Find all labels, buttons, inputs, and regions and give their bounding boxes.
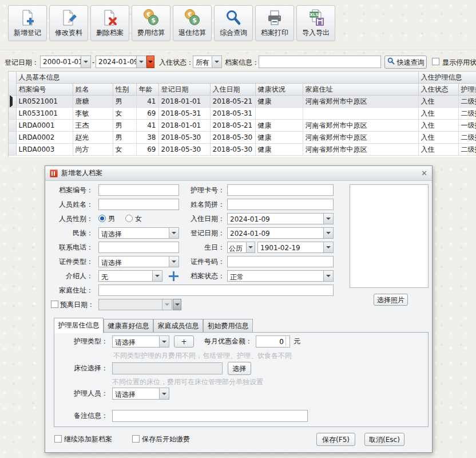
cell[interactable]: 河南省郑州市中原区 [303, 96, 418, 108]
address-input[interactable] [98, 285, 334, 296]
column-header[interactable]: 年龄 [136, 84, 158, 96]
column-header[interactable]: 家庭住址 [303, 84, 418, 96]
show-disabled-checkbox[interactable] [432, 58, 439, 65]
cell[interactable]: 女 [113, 108, 136, 120]
cell[interactable]: 二级护理 [458, 144, 476, 156]
cell[interactable]: 69 [136, 108, 158, 120]
chevron-down-icon[interactable] [323, 214, 333, 224]
cell[interactable]: 2018-05-30 [158, 132, 210, 144]
cell[interactable]: 二级护理 [458, 96, 476, 108]
chevron-down-icon[interactable] [152, 271, 162, 281]
cell[interactable]: 河南省郑州市中原区 [303, 144, 418, 156]
column-header[interactable]: 性别 [113, 84, 136, 96]
column-header[interactable]: 档案编号 [16, 84, 73, 96]
care-type-combo[interactable]: 请选择 [112, 335, 169, 348]
quick-query-button[interactable]: 快速查询 [384, 56, 427, 69]
table-row[interactable]: LR0531001李敏女692018-05-312018-05-31入住二级护理 [9, 108, 476, 120]
cell[interactable]: 41 [136, 96, 158, 108]
column-header[interactable]: 姓名 [73, 84, 113, 96]
continue-add-checkbox[interactable] [54, 435, 62, 443]
cell[interactable]: 69 [136, 144, 158, 156]
cell[interactable]: 2018-05-31 [210, 108, 255, 120]
cell[interactable]: 2018-05-30 [158, 144, 210, 156]
archive-status-combo[interactable]: 正常 [227, 270, 334, 282]
cell[interactable]: LRDA0001 [16, 120, 73, 132]
cell[interactable]: 河南省郑州市中原区 [303, 120, 418, 132]
cell[interactable]: LR0531001 [16, 108, 73, 120]
delete-archive-button[interactable]: 删除档案 [90, 5, 129, 41]
archive-info-input[interactable] [259, 56, 381, 68]
chevron-down-icon[interactable] [81, 56, 90, 68]
nurse-combo[interactable]: 请选择 [112, 388, 169, 400]
cell[interactable]: 2018-05-21 [210, 96, 255, 108]
column-header[interactable]: 护理类型 [458, 84, 476, 96]
cell[interactable]: 男 [113, 120, 136, 132]
cell[interactable]: 尚方 [73, 144, 113, 156]
comprehensive-query-button[interactable]: 综合查询 [214, 5, 253, 41]
save-button[interactable]: 保存(F5) [316, 433, 355, 446]
dialog-title-bar[interactable]: 新增老人档案 ✕ [45, 166, 432, 181]
gender-female-radio[interactable] [125, 215, 133, 222]
phone-input[interactable] [98, 242, 179, 253]
remark-input[interactable] [112, 410, 308, 422]
reg-date-to-combo[interactable]: 2024-01-09 [96, 56, 146, 68]
cell[interactable]: 健康 [255, 96, 303, 108]
id-type-combo[interactable]: 请选择 [98, 256, 179, 267]
reg-date-from-combo[interactable]: 2000-01-01 [40, 56, 91, 68]
cell[interactable]: LR0521001 [16, 96, 73, 108]
pinyin-input[interactable] [227, 199, 334, 210]
tab-4[interactable]: 初始费用信息 [203, 319, 253, 333]
cell[interactable]: 2018-01-01 [158, 96, 210, 108]
column-header[interactable]: 健康状况 [255, 84, 303, 96]
cell[interactable]: 健康 [255, 144, 303, 156]
chevron-down-icon[interactable] [323, 242, 333, 252]
column-header[interactable]: 登记日期 [158, 84, 210, 96]
cell[interactable]: 入住 [418, 144, 458, 156]
cell[interactable]: 王杰 [73, 120, 113, 132]
table-row[interactable]: LRDA0001王杰男412018-01-012018-05-21健康河南省郑州… [9, 120, 476, 132]
discount-input[interactable] [256, 335, 290, 348]
cell[interactable]: 健康 [255, 120, 303, 132]
referrer-combo[interactable]: 无 [98, 270, 162, 282]
cell[interactable]: 入住 [418, 108, 458, 120]
cell[interactable]: 健康 [255, 132, 303, 144]
fee-settlement-button[interactable]: €$费用结算 [132, 5, 170, 41]
close-icon[interactable]: ✕ [421, 169, 427, 177]
cell[interactable] [255, 108, 303, 120]
cell[interactable]: 一级护理 [458, 120, 476, 132]
archive-no-input[interactable] [98, 184, 179, 196]
table-row[interactable]: LRDA0003尚方女692018-05-302018-05-30健康河南省郑州… [9, 144, 476, 156]
cell[interactable]: 唐糖 [73, 96, 113, 108]
cell[interactable]: 入住 [418, 120, 458, 132]
checkout-settlement-button[interactable]: €$退住结算 [173, 5, 212, 41]
edit-record-button[interactable]: 修改资料 [49, 5, 88, 41]
new-registration-button[interactable]: 新增登记 [8, 5, 47, 41]
status-filter-combo[interactable]: 所有 [193, 56, 222, 68]
cell[interactable]: 李敏 [73, 108, 113, 120]
cell[interactable]: 二级护理 [458, 108, 476, 120]
tab-1[interactable]: 护理居住信息 [54, 318, 104, 333]
cell[interactable]: LRDA0002 [16, 132, 73, 144]
cell[interactable]: 女 [113, 144, 136, 156]
records-table[interactable]: 人员基本信息入住护理信息档案编号姓名性别年龄登记日期入住日期健康状况家庭住址入住… [8, 71, 476, 157]
cell[interactable]: 2018-05-21 [210, 120, 255, 132]
pay-after-save-checkbox[interactable] [132, 435, 140, 443]
name-input[interactable] [98, 199, 179, 210]
reg-date-combo[interactable]: 2024-01-09 [227, 227, 334, 239]
gender-male-radio[interactable] [98, 215, 106, 222]
table-row[interactable]: LRDA0002赵光男382018-05-302018-05-30健康河南省郑州… [9, 132, 476, 144]
cell[interactable]: 男 [113, 132, 136, 144]
cell[interactable]: 2018-01-01 [158, 120, 210, 132]
calendar-type-combo[interactable]: 公历 [227, 242, 255, 253]
add-care-type-button[interactable]: + [174, 335, 194, 348]
chevron-down-icon[interactable] [323, 271, 333, 281]
cell[interactable] [303, 108, 418, 120]
chevron-down-icon[interactable] [159, 388, 169, 399]
cell[interactable]: 男 [113, 96, 136, 108]
cell[interactable]: 入住 [418, 96, 458, 108]
cell[interactable]: 38 [136, 132, 158, 144]
column-header[interactable]: 入住状态 [418, 84, 458, 96]
pre-leave-dropdown-button[interactable] [173, 299, 181, 310]
ethnic-combo[interactable]: 请选择 [98, 227, 179, 239]
cell[interactable]: 2018-05-30 [210, 132, 255, 144]
